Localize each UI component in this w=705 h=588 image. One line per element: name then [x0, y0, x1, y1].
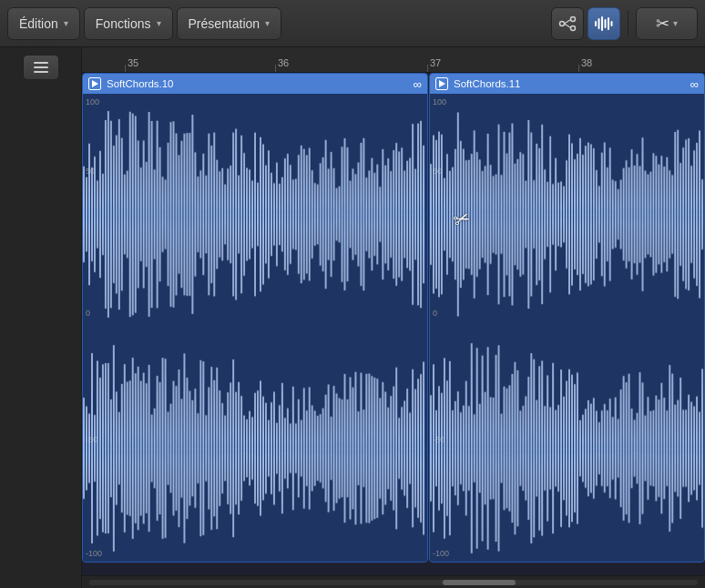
y-label-clip2-n100: -100	[433, 549, 449, 558]
main-area: 35 36 37 38 39	[0, 47, 705, 588]
play-triangle-2	[439, 80, 445, 87]
sidebar	[0, 47, 82, 588]
menu-presentation-button[interactable]: Présentation ▾	[177, 7, 282, 40]
scrollbar-area[interactable]	[82, 575, 705, 588]
audio-clip-1[interactable]: SoftChords.10 ∞ 100 50 0 -50 -100	[82, 73, 428, 563]
y-label-clip2-0: 0	[433, 309, 437, 318]
clip1-name: SoftChords.10	[107, 78, 174, 89]
ruler-tick-36	[275, 65, 276, 72]
ruler-mark-35: 35	[128, 57, 138, 68]
tracks-area: SoftChords.10 ∞ 100 50 0 -50 -100	[82, 73, 705, 575]
edition-chevron: ▾	[64, 18, 68, 28]
toolbar: Édition ▾ Fonctions ▾ Présentation ▾	[0, 0, 705, 47]
clip1-waveform-bg	[83, 94, 427, 562]
presentation-label: Présentation	[189, 16, 261, 31]
ruler-tick-35	[125, 65, 126, 72]
clip2-play-icon	[435, 77, 448, 90]
presentation-chevron: ▾	[265, 18, 270, 28]
svg-rect-6	[598, 18, 600, 29]
svg-point-2	[571, 25, 576, 30]
scissors-btn[interactable]: ✂ ▾	[636, 7, 698, 40]
ruler-mark-37: 37	[430, 57, 441, 68]
svg-point-0	[560, 21, 565, 25]
fonctions-chevron: ▾	[157, 18, 161, 28]
svg-rect-7	[601, 16, 603, 31]
svg-marker-14	[92, 80, 98, 87]
svg-rect-5	[595, 21, 597, 26]
connector-icon	[558, 15, 577, 33]
ruler-tick-37	[427, 65, 428, 72]
ruler-tick-38	[578, 65, 579, 72]
scrollbar-thumb[interactable]	[443, 580, 516, 585]
editor: 35 36 37 38 39	[82, 47, 705, 588]
y-label-clip2-n50: -50	[433, 435, 444, 444]
svg-marker-15	[439, 80, 445, 87]
play-triangle	[92, 80, 98, 87]
y-label-clip1-n50: -50	[86, 435, 97, 444]
ruler: 35 36 37 38 39	[82, 47, 705, 73]
toolbar-separator	[628, 11, 628, 36]
y-label-clip2-100: 100	[433, 97, 446, 106]
y-label-clip1-50: 50	[86, 167, 95, 176]
svg-rect-9	[608, 17, 609, 30]
ruler-mark-36: 36	[278, 57, 289, 68]
scissors-icon: ✂	[656, 14, 669, 34]
svg-rect-10	[611, 21, 613, 26]
clip2-header: SoftChords.11 ∞	[430, 74, 704, 94]
svg-rect-11	[34, 62, 48, 64]
y-label-clip1-n100: -100	[86, 549, 102, 558]
y-label-clip1-100: 100	[86, 97, 99, 106]
clip2-loop-icon: ∞	[690, 77, 699, 91]
fonctions-label: Fonctions	[96, 16, 151, 31]
waveform-icon	[594, 15, 614, 33]
svg-line-4	[565, 24, 571, 28]
svg-rect-13	[34, 71, 48, 73]
audio-clip-2[interactable]: SoftChords.11 ∞ 100 50 0 -50 -100	[429, 73, 705, 563]
y-label-clip1-0: 0	[86, 309, 90, 318]
svg-point-1	[571, 16, 576, 21]
connector-icon-btn[interactable]	[551, 7, 584, 40]
svg-rect-12	[34, 66, 48, 68]
menu-edition-button[interactable]: Édition ▾	[7, 7, 80, 40]
edition-label: Édition	[19, 16, 58, 31]
dropdown-icon	[34, 62, 48, 73]
clip1-header: SoftChords.10 ∞	[83, 74, 427, 94]
svg-rect-8	[605, 19, 607, 28]
y-label-clip2-50: 50	[433, 167, 442, 176]
ruler-mark-38: 38	[581, 57, 592, 68]
svg-line-3	[565, 19, 571, 24]
clip2-waveform-bg	[430, 94, 704, 562]
sidebar-toggle-btn[interactable]	[23, 55, 59, 80]
waveform-icon-btn[interactable]	[588, 7, 620, 40]
clip1-play-icon	[88, 77, 101, 90]
menu-fonctions-button[interactable]: Fonctions ▾	[84, 7, 173, 40]
toolbar-right: ✂ ▾	[551, 7, 698, 40]
scrollbar-track[interactable]	[89, 580, 698, 585]
clip2-name: SoftChords.11	[454, 78, 521, 89]
scissors-chevron: ▾	[673, 18, 678, 28]
clip1-loop-icon: ∞	[414, 77, 422, 91]
